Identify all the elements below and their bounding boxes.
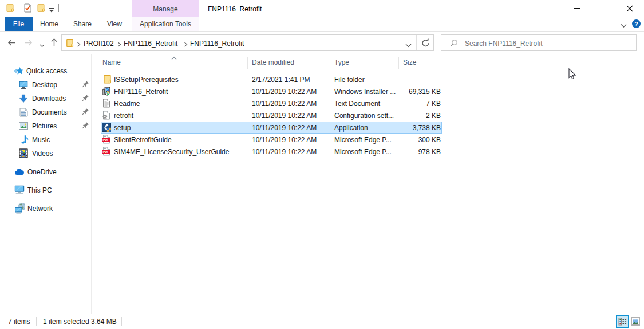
- svg-text:PDF: PDF: [103, 138, 110, 142]
- svg-text:PDF: PDF: [103, 150, 110, 154]
